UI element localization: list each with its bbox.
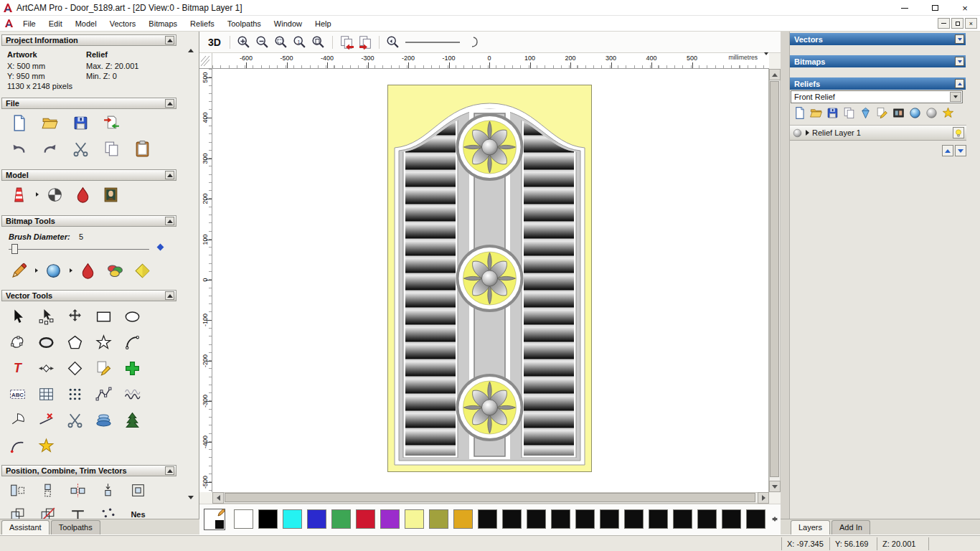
vertical-scrollbar[interactable] — [769, 69, 781, 492]
smooth-relief-icon[interactable] — [859, 106, 872, 121]
weld-vectors-icon[interactable] — [36, 504, 60, 519]
switch-3d-view-button[interactable]: 3D — [205, 36, 224, 49]
units-dropdown-icon[interactable] — [764, 55, 768, 62]
palette-swatch[interactable] — [405, 509, 424, 529]
ellipse-tool-icon[interactable] — [121, 306, 144, 327]
fillet-tool-icon[interactable] — [121, 409, 144, 430]
text-tool-icon[interactable] — [6, 357, 29, 379]
align-centre-icon[interactable] — [36, 479, 60, 501]
diamond-tool-icon[interactable] — [63, 357, 87, 379]
menu-help[interactable]: Help — [308, 17, 338, 30]
palette-swatch[interactable] — [746, 509, 765, 529]
panel-expand-button[interactable] — [955, 34, 964, 44]
nesting-icon[interactable]: Nes — [126, 504, 150, 519]
panel-splitter[interactable] — [781, 32, 789, 534]
node-edit-tool-icon[interactable] — [34, 306, 58, 327]
new-relief-icon[interactable] — [793, 106, 806, 121]
tab-toolpaths[interactable]: Toolpaths — [51, 520, 100, 534]
copy-relief-icon[interactable] — [842, 106, 856, 121]
combobox-dropdown-icon[interactable] — [950, 92, 961, 102]
zoom-page-icon[interactable] — [311, 34, 326, 50]
colour-palette-icon[interactable] — [103, 260, 127, 281]
tab-addin[interactable]: Add In — [831, 520, 870, 534]
open-model-icon[interactable] — [38, 112, 62, 133]
collapse-section-button[interactable] — [165, 217, 174, 225]
trim-vectors-icon[interactable] — [34, 409, 58, 430]
import-export-icon[interactable] — [100, 112, 123, 133]
close-button[interactable]: × — [950, 0, 980, 16]
texture-relief-icon[interactable] — [941, 106, 955, 121]
save-relief-icon[interactable] — [826, 106, 839, 121]
palette-swatch[interactable] — [380, 509, 400, 529]
panel-expand-button[interactable] — [955, 57, 964, 66]
palette-swatch[interactable] — [551, 509, 570, 529]
layer-expander-icon[interactable] — [806, 130, 809, 136]
scatter-icon[interactable] — [96, 504, 120, 519]
polyline-tool-icon[interactable] — [6, 331, 29, 353]
select-tool-icon[interactable] — [6, 306, 29, 327]
offset-vector-icon[interactable] — [92, 357, 116, 379]
panel-scroll-down-icon[interactable] — [188, 499, 194, 508]
distort-tool-icon[interactable] — [121, 383, 144, 405]
palette-swatch[interactable] — [575, 509, 595, 529]
palette-swatch[interactable] — [429, 509, 448, 529]
relief-layer-combobox[interactable]: Front Relief — [791, 90, 963, 103]
block-paste-icon[interactable] — [121, 357, 144, 379]
relief-layer-row[interactable]: Relief Layer 1 — [790, 125, 966, 141]
align-contour-icon[interactable] — [126, 479, 150, 501]
zoom-1to1-icon[interactable]: 1 — [292, 34, 308, 50]
collapse-section-button[interactable] — [165, 466, 174, 475]
palette-swatch[interactable] — [258, 509, 278, 529]
palette-swatch[interactable] — [527, 509, 546, 529]
flyout-arrow-icon[interactable] — [35, 268, 38, 273]
maximize-button[interactable] — [920, 0, 950, 16]
palette-swatch[interactable] — [307, 509, 326, 529]
palette-swatch[interactable] — [283, 509, 302, 529]
palette-swatch[interactable] — [453, 509, 473, 529]
layer-visibility-button[interactable] — [953, 127, 964, 138]
cut-vectors-icon[interactable] — [63, 409, 87, 430]
palette-swatch[interactable] — [697, 509, 717, 529]
align-objects-icon[interactable] — [66, 479, 90, 501]
palette-swatch[interactable] — [624, 509, 644, 529]
text-block-icon[interactable] — [6, 383, 29, 405]
droplet-icon[interactable] — [71, 184, 95, 205]
star-wizard-icon[interactable] — [34, 435, 58, 456]
align-left-icon[interactable] — [6, 479, 29, 501]
move-layer-up-button[interactable] — [942, 145, 953, 156]
arc-tool-icon[interactable] — [121, 331, 144, 353]
palette-swatch[interactable] — [356, 509, 375, 529]
palette-swatch[interactable] — [478, 509, 497, 529]
trim-t-icon[interactable] — [66, 504, 90, 519]
relief-layer-name[interactable]: Relief Layer 1 — [812, 128, 950, 137]
redo-icon[interactable] — [38, 138, 62, 159]
arc-fit-icon[interactable] — [6, 409, 29, 430]
menu-reliefs[interactable]: Reliefs — [184, 17, 221, 30]
panel-expand-button[interactable] — [955, 79, 964, 88]
collapse-section-button[interactable] — [165, 36, 174, 44]
paste-icon[interactable] — [100, 138, 123, 159]
measure-tool-icon[interactable] — [34, 357, 58, 379]
menu-toolpaths[interactable]: Toolpaths — [221, 17, 268, 30]
mdi-close-button[interactable]: × — [965, 18, 977, 29]
grid-tool-icon[interactable] — [34, 383, 58, 405]
palette-swatch[interactable] — [502, 509, 522, 529]
picture-icon[interactable] — [99, 184, 123, 205]
move-layer-down-button[interactable] — [955, 145, 966, 156]
mdi-minimize-button[interactable] — [938, 18, 950, 29]
scroll-down-button[interactable] — [769, 481, 781, 492]
fit-curve-icon[interactable] — [92, 383, 116, 405]
minimize-button[interactable] — [890, 0, 920, 16]
palette-swatch[interactable] — [331, 509, 351, 529]
edit-relief-icon[interactable] — [875, 106, 889, 121]
open-relief-icon[interactable] — [809, 106, 823, 121]
palette-swatch[interactable] — [649, 509, 668, 529]
new-model-icon[interactable] — [7, 112, 31, 133]
palette-scroll-up-icon[interactable] — [772, 508, 778, 517]
scrollbar-thumb[interactable] — [225, 493, 755, 502]
brush-slider-thumb[interactable] — [11, 244, 18, 254]
save-model-icon[interactable] — [69, 112, 93, 133]
menu-vectors[interactable]: Vectors — [103, 17, 143, 30]
shape-editor-icon[interactable] — [925, 106, 938, 121]
cut-icon[interactable] — [69, 138, 93, 159]
